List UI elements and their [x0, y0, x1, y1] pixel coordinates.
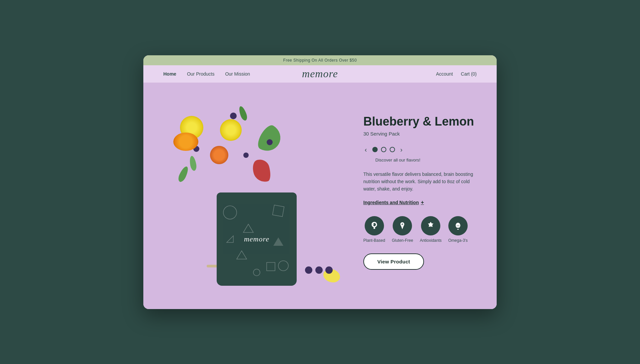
svg-marker-3 — [273, 237, 283, 246]
gluten-free-icon-circle — [393, 216, 412, 235]
spinach-ingredient-1 — [238, 105, 248, 121]
nav-account[interactable]: Account — [436, 71, 453, 77]
nav-mission[interactable]: Our Mission — [225, 71, 250, 77]
product-title: Blueberry & Lemon — [363, 115, 477, 128]
berry-2 — [315, 266, 323, 274]
product-subtitle: 30 Serving Pack — [363, 131, 477, 137]
view-product-button[interactable]: View Product — [363, 253, 424, 270]
gluten-free-icon — [398, 221, 407, 230]
svg-marker-2 — [237, 251, 247, 259]
svg-point-9 — [430, 224, 432, 227]
svg-rect-5 — [267, 262, 275, 271]
promo-banner: Free Shipping On All Orders Over $50 — [143, 55, 497, 65]
product-bag: memore — [217, 192, 297, 286]
svg-point-6 — [253, 269, 260, 276]
berry-3 — [325, 266, 333, 274]
orange-ingredient — [173, 133, 198, 151]
feature-icons-row: Plant-Based Gluten-Free — [363, 216, 477, 243]
feature-antioxidants: Antioxidants — [420, 216, 441, 243]
nav-home[interactable]: Home — [163, 71, 176, 77]
nav-products[interactable]: Our Products — [187, 71, 214, 77]
nav-cart[interactable]: Cart (0) — [461, 71, 477, 77]
hero-section: memore Blueberry & Lemon 30 Serving Pack… — [143, 83, 497, 309]
omega3-icon — [453, 221, 463, 230]
blueberry-ingredient-1 — [230, 113, 237, 119]
nav-links-right: Account Cart (0) — [320, 71, 477, 77]
svg-rect-1 — [273, 205, 284, 216]
bag-logo-text: memore — [244, 235, 269, 243]
banner-text: Free Shipping On All Orders Over $50 — [283, 58, 357, 63]
antioxidants-label: Antioxidants — [420, 238, 441, 243]
flavor-selector: ‹ › — [363, 145, 477, 155]
omega3-label: Omega-3's — [448, 238, 468, 243]
svg-point-0 — [223, 206, 237, 219]
discover-flavors-text: Discover all our flavors! — [375, 158, 477, 163]
gluten-free-label: Gluten-Free — [392, 238, 413, 243]
red-gel-ingredient — [251, 157, 273, 184]
blueberry-ingredient-3 — [243, 153, 249, 158]
ingredients-label-text: Ingredients and Nutrition — [363, 200, 419, 205]
berries-bottom-decoration — [304, 266, 333, 276]
plant-based-icon — [370, 221, 379, 230]
flavor-dot-1[interactable] — [372, 147, 378, 152]
site-logo[interactable]: memore — [302, 68, 338, 80]
carrot-ingredient — [210, 146, 228, 164]
plant-based-icon-circle — [365, 216, 384, 235]
feature-plant-based: Plant-Based — [363, 216, 385, 243]
berry-1 — [305, 266, 312, 274]
prev-flavor-button[interactable]: ‹ — [363, 145, 368, 155]
flavor-dots — [372, 147, 395, 152]
green-leaf-ingredient-2 — [189, 155, 197, 171]
plant-based-label: Plant-Based — [363, 238, 385, 243]
feature-omega3: Omega-3's — [448, 216, 468, 243]
lemon-ingredient-2 — [220, 119, 242, 141]
green-leaf-ingredient-1 — [177, 165, 190, 183]
product-image-area: memore — [163, 99, 350, 286]
flavor-dot-2[interactable] — [381, 147, 386, 152]
feature-gluten-free: Gluten-Free — [392, 216, 413, 243]
next-flavor-button[interactable]: › — [399, 145, 404, 155]
svg-rect-10 — [457, 229, 459, 229]
antioxidants-icon — [426, 221, 435, 230]
flavor-dot-3[interactable] — [390, 147, 395, 152]
antioxidants-icon-circle — [421, 216, 440, 235]
nav-links-left: Home Our Products Our Mission — [163, 71, 320, 77]
omega3-icon-circle — [448, 216, 468, 235]
svg-point-4 — [278, 261, 288, 271]
blueberry-ingredient-4 — [267, 139, 273, 145]
navbar: Home Our Products Our Mission memore Acc… — [143, 65, 497, 83]
browser-window: Free Shipping On All Orders Over $50 Hom… — [143, 55, 497, 309]
ingredients-nutrition-link[interactable]: Ingredients and Nutrition — [363, 199, 424, 205]
product-description: This versatile flavor delivers balanced,… — [363, 171, 477, 193]
product-details: Blueberry & Lemon 30 Serving Pack ‹ › Di… — [363, 108, 477, 276]
